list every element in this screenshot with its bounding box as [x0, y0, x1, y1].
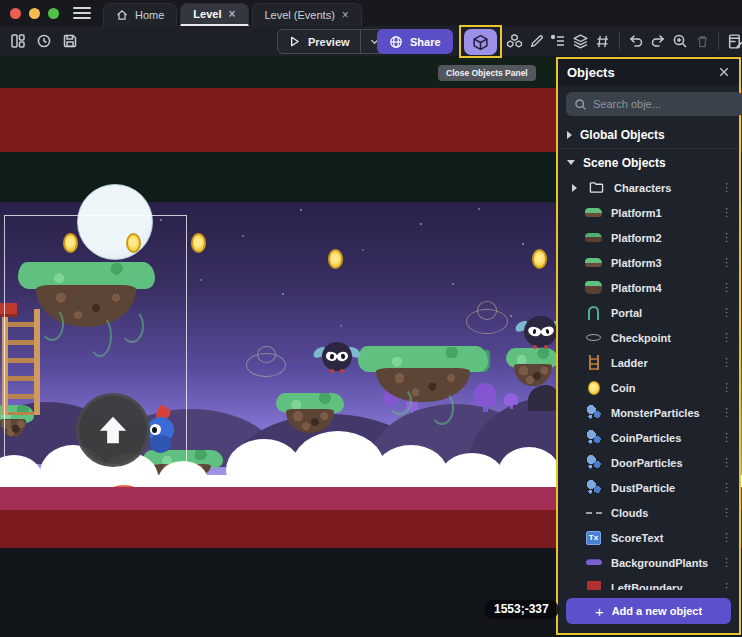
kebab-menu-icon[interactable]: ⋮ — [721, 331, 731, 344]
kebab-menu-icon[interactable]: ⋮ — [721, 556, 731, 569]
edit-pencil-button[interactable] — [525, 30, 547, 52]
selection-rectangle — [4, 215, 187, 480]
tooltip: Close Objects Panel — [438, 65, 536, 81]
share-label: Share — [410, 36, 441, 48]
boundary-icon — [585, 580, 602, 591]
layers-button[interactable] — [569, 30, 591, 52]
object-row-platform2[interactable]: Platform2 ⋮ — [558, 225, 739, 250]
clouds-icon — [585, 505, 602, 521]
redo-button[interactable] — [647, 30, 669, 52]
kebab-menu-icon[interactable]: ⋮ — [721, 231, 731, 244]
object-row-clouds[interactable]: Clouds ⋮ — [558, 500, 739, 525]
coin-instance[interactable] — [328, 249, 343, 269]
kebab-menu-icon[interactable]: ⋮ — [721, 381, 731, 394]
object-row-backgroundplants[interactable]: BackgroundPlants ⋮ — [558, 550, 739, 575]
add-new-object-label: Add a new object — [612, 605, 702, 617]
checkpoint-icon — [585, 330, 602, 346]
background-plant — [528, 385, 558, 411]
preview-label: Preview — [308, 36, 350, 48]
particles-icon — [585, 480, 602, 496]
kebab-menu-icon[interactable]: ⋮ — [721, 181, 731, 194]
tab-strip: Home Level × Level (Events) × — [103, 0, 365, 26]
object-row-ladder[interactable]: Ladder ⋮ — [558, 350, 739, 375]
close-tab-icon[interactable]: × — [228, 8, 235, 20]
objects-panel-toggle-button[interactable] — [464, 29, 497, 55]
object-row-coinparticles[interactable]: CoinParticles ⋮ — [558, 425, 739, 450]
ufo-sketch — [466, 309, 508, 334]
kebab-menu-icon[interactable]: ⋮ — [721, 206, 731, 219]
kebab-menu-icon[interactable]: ⋮ — [721, 581, 731, 590]
object-row-platform1[interactable]: Platform1 ⋮ — [558, 200, 739, 225]
object-row-leftboundary[interactable]: LeftBoundary ⋮ — [558, 575, 739, 590]
grid-button[interactable] — [591, 30, 613, 52]
monster-instance[interactable] — [322, 342, 352, 371]
ladder-icon — [585, 355, 602, 371]
tab-home[interactable]: Home — [103, 3, 177, 26]
coin-instance[interactable] — [532, 249, 547, 269]
object-row-scoretext[interactable]: Tx ScoreText ⋮ — [558, 525, 739, 550]
object-row-portal[interactable]: Portal ⋮ — [558, 300, 739, 325]
group-scene-objects[interactable]: Scene Objects — [558, 150, 739, 175]
globe-icon — [389, 35, 403, 49]
zoom-in-button[interactable] — [669, 30, 691, 52]
mushroom — [474, 383, 496, 405]
undo-button[interactable] — [625, 30, 647, 52]
kebab-menu-icon[interactable]: ⋮ — [721, 306, 731, 319]
kebab-menu-icon[interactable]: ⋮ — [721, 431, 731, 444]
tab-label: Level — [193, 8, 221, 20]
object-row-platform4[interactable]: Platform4 ⋮ — [558, 275, 739, 300]
kebab-menu-icon[interactable]: ⋮ — [721, 356, 731, 369]
object-row-doorparticles[interactable]: DoorParticles ⋮ — [558, 450, 739, 475]
plus-icon: + — [595, 604, 604, 619]
delete-button — [691, 30, 713, 52]
object-row-monsterparticles[interactable]: MonsterParticles ⋮ — [558, 400, 739, 425]
close-tab-icon[interactable]: × — [342, 9, 349, 21]
tab-bar: Home Level × Level (Events) × — [0, 0, 742, 26]
object-row-dustparticle[interactable]: DustParticle ⋮ — [558, 475, 739, 500]
kebab-menu-icon[interactable]: ⋮ — [721, 481, 731, 494]
panels-layout-button[interactable] — [7, 30, 29, 52]
close-window-button[interactable] — [10, 8, 21, 19]
objects-panel-header: Objects — [558, 59, 739, 85]
group-label: Global Objects — [580, 128, 665, 142]
add-new-object-button[interactable]: + Add a new object — [566, 598, 731, 624]
objects-panel: Objects Global Objects Scene Objects — [556, 57, 741, 635]
preview-button-group: Preview — [277, 29, 389, 54]
search-input[interactable] — [593, 98, 735, 110]
edit-scene-properties-button[interactable] — [724, 30, 742, 52]
coin-instance[interactable] — [191, 233, 206, 253]
instances-list-button[interactable] — [547, 30, 569, 52]
caret-right-icon — [567, 131, 572, 139]
kebab-menu-icon[interactable]: ⋮ — [721, 456, 731, 469]
platform-thumbnail-icon — [585, 205, 602, 221]
monster-instance[interactable] — [524, 316, 557, 347]
expand-caret-icon[interactable] — [572, 184, 577, 192]
history-button[interactable] — [33, 30, 55, 52]
object-row-characters[interactable]: Characters ⋮ — [558, 175, 739, 200]
menu-icon[interactable] — [73, 7, 91, 19]
object-row-coin[interactable]: Coin ⋮ — [558, 375, 739, 400]
tab-level[interactable]: Level × — [180, 3, 248, 26]
object-row-platform3[interactable]: Platform3 ⋮ — [558, 250, 739, 275]
kebab-menu-icon[interactable]: ⋮ — [721, 281, 731, 294]
text-object-icon: Tx — [585, 530, 602, 546]
kebab-menu-icon[interactable]: ⋮ — [721, 256, 731, 269]
save-button[interactable] — [59, 30, 81, 52]
kebab-menu-icon[interactable]: ⋮ — [721, 506, 731, 519]
object-row-checkpoint[interactable]: Checkpoint ⋮ — [558, 325, 739, 350]
minimize-window-button[interactable] — [29, 8, 40, 19]
search-box[interactable] — [566, 92, 742, 116]
kebab-menu-icon[interactable]: ⋮ — [721, 406, 731, 419]
tab-level-events[interactable]: Level (Events) × — [252, 3, 362, 26]
object-groups-button[interactable] — [503, 30, 525, 52]
group-global-objects[interactable]: Global Objects — [558, 122, 739, 147]
kebab-menu-icon[interactable]: ⋮ — [721, 531, 731, 544]
share-button[interactable]: Share — [377, 29, 453, 54]
tab-label: Level (Events) — [265, 9, 335, 21]
close-panel-button[interactable] — [718, 66, 730, 78]
preview-button[interactable]: Preview — [278, 35, 360, 48]
particles-icon — [585, 455, 602, 471]
zoom-window-button[interactable] — [48, 8, 59, 19]
close-icon — [718, 66, 730, 78]
particles-icon — [585, 430, 602, 446]
